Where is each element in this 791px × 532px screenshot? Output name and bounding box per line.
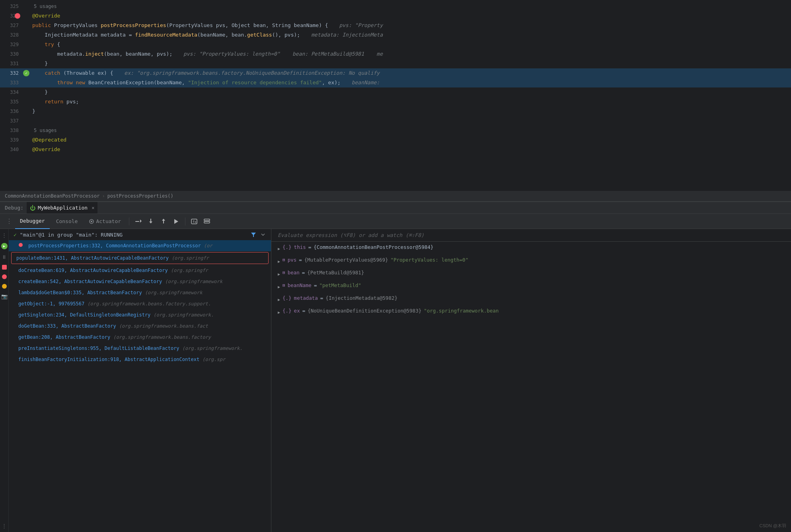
step-into-button[interactable] (145, 216, 156, 227)
var-obj-id: {MutablePropertyValues@5969} (304, 256, 388, 264)
eval-bar[interactable]: Evaluate expression (⌥F8) or add a watch… (271, 229, 791, 242)
session-name: MyWebApplication (38, 205, 88, 211)
line-number: 336 (0, 107, 22, 116)
expand-icon: ▶ (278, 309, 280, 316)
frame-pkg: (org.springframework.beans.fact (119, 323, 208, 329)
var-eq: = (314, 282, 317, 289)
variable-beanname[interactable]: ▶ ⊞ beanName = "petMetaBuild" (271, 280, 791, 293)
frame-item[interactable]: doCreateBean:619, AbstractAutowireCapabl… (9, 265, 271, 276)
pause-program-button[interactable]: ⏸ (2, 254, 7, 260)
frame-item-selected[interactable]: populateBean:1431, AbstractAutowireCapab… (11, 252, 269, 264)
debug-session-tab[interactable]: ⏻ MyWebApplication × (27, 202, 97, 214)
var-obj-id: {PetMetaBuild@5981} (307, 269, 364, 277)
breakpoint-button[interactable] (2, 274, 7, 279)
code-text-338: 5 usages (31, 126, 791, 135)
mute-breakpoints-button[interactable] (2, 284, 7, 289)
code-text-336: } (31, 107, 791, 116)
more-actions-button[interactable]: ⋮ (2, 232, 7, 238)
frame-item[interactable]: preInstantiateSingletons:955, DefaultLis… (9, 343, 271, 354)
code-line-330: 330 metadata.inject(bean, beanName, pvs)… (0, 49, 791, 59)
variable-ex[interactable]: ▶ {.} ex = {NoUniqueBeanDefinitionExcept… (271, 305, 791, 318)
var-name-text: ex (294, 307, 300, 315)
frame-item[interactable]: getBean:208, AbstractBeanFactory (org.sp… (9, 332, 271, 343)
frame-method: finishBeanFactoryInitialization:918, Abs… (18, 357, 202, 362)
tab-debugger-label: Debugger (20, 218, 45, 224)
var-type-icon: ⊞ (282, 269, 285, 277)
frame-item[interactable]: lambda$doGetBean$0:335, AbstractBeanFact… (9, 287, 271, 298)
var-name-text: beanName (288, 282, 312, 289)
code-line-333: 333 throw new BeanCreationException(bean… (0, 78, 791, 87)
gutter-337 (22, 116, 31, 126)
snapshot-button[interactable]: 📷 (1, 293, 8, 299)
code-line-335: 335 return pvs; (0, 97, 791, 107)
dropdown-icon[interactable] (260, 231, 266, 238)
line-number: 333 (0, 78, 22, 87)
gutter-334 (22, 87, 31, 97)
frame-item[interactable]: finishBeanFactoryInitialization:918, Abs… (9, 354, 271, 365)
code-line-336: 336 } (0, 107, 791, 116)
thread-header: ✓ "main"@1 in group "main": RUNNING (9, 229, 271, 240)
filter-icon[interactable] (250, 231, 257, 238)
frame-method: doGetBean:333, AbstractBeanFactory (18, 323, 119, 329)
gutter-333 (22, 78, 31, 87)
stop-button[interactable] (2, 265, 7, 270)
code-line-326: 326 @Override (0, 11, 791, 21)
tab-actuator-label: Actuator (96, 218, 121, 224)
expand-icon: ▶ (278, 296, 280, 304)
close-session-button[interactable]: × (92, 205, 94, 211)
line-number: 330 (0, 49, 22, 59)
gutter-332[interactable]: ✓ (22, 68, 31, 78)
line-number: 339 (0, 135, 22, 145)
line-number: 332 (0, 68, 22, 78)
step-into-icon (147, 218, 154, 225)
frames-panel: ✓ "main"@1 in group "main": RUNNING (9, 229, 271, 532)
frame-item[interactable]: doGetBean:333, AbstractBeanFactory (org.… (9, 320, 271, 332)
frame-method: lambda$doGetBean$0:335, AbstractBeanFact… (18, 290, 145, 295)
frame-pkg: (org.springframework. (182, 346, 243, 351)
tab-console[interactable]: Console (51, 214, 83, 229)
breakpoint-icon[interactable] (15, 13, 20, 19)
resume-button[interactable]: ▶ (1, 243, 8, 249)
var-type-icon: ⊞ (282, 282, 285, 289)
run-to-cursor-button[interactable] (171, 216, 182, 227)
frames-button[interactable] (201, 216, 212, 227)
power-icon: ⏻ (30, 205, 35, 211)
var-name-text: pvs (288, 256, 297, 264)
var-type-icon: {.} (282, 307, 292, 315)
step-over-button[interactable] (132, 216, 144, 227)
var-string-value: "org.springframework.bean (424, 307, 499, 315)
line-number: 331 (0, 59, 22, 68)
evaluate-button[interactable]: fx (189, 216, 200, 227)
variable-pvs[interactable]: ▶ ⊞ pvs = {MutablePropertyValues@5969} "… (271, 254, 791, 267)
settings-button[interactable]: ⋮ (2, 523, 7, 529)
svg-point-1 (91, 221, 92, 222)
frame-item[interactable]: postProcessProperties:332, CommonAnnotat… (9, 240, 271, 251)
debug-session-bar: Debug: ⏻ MyWebApplication × (0, 202, 791, 214)
gutter-326[interactable] (22, 11, 31, 21)
svg-point-7 (19, 243, 23, 247)
frame-method: preInstantiateSingletons:955, DefaultLis… (18, 346, 182, 351)
code-text-332: catch (Throwable ex) { ex: "org.springfr… (31, 68, 791, 78)
variable-bean[interactable]: ▶ ⊞ bean = {PetMetaBuild@5981} (271, 267, 791, 280)
code-text-328: InjectionMetadata metadata = findResourc… (31, 30, 791, 40)
line-number: 335 (0, 97, 22, 107)
code-line-334: 334 } (0, 87, 791, 97)
frame-pkg: (org.springfr (171, 255, 209, 261)
gutter-340 (22, 145, 31, 154)
frame-pkg: (org.springfr (171, 268, 208, 273)
var-eq: = (302, 269, 305, 277)
variable-this[interactable]: ▶ {.} this = {CommonAnnotationBeanPostPr… (271, 242, 791, 254)
eval-placeholder: Evaluate expression (⌥F8) or add a watch… (278, 232, 424, 238)
step-out-button[interactable] (158, 216, 169, 227)
more-options-button[interactable]: ⋮ (5, 217, 14, 225)
tab-debugger[interactable]: Debugger (15, 214, 50, 229)
frame-item[interactable]: getSingleton:234, DefaultSingletonBeanRe… (9, 309, 271, 320)
code-line-340: 340 @Override (0, 145, 791, 154)
variable-metadata[interactable]: ▶ {.} metadata = {InjectionMetadata@5982… (271, 293, 791, 305)
frame-item[interactable]: createBean:542, AbstractAutowireCapableB… (9, 276, 271, 287)
tab-actuator[interactable]: Actuator (84, 214, 126, 229)
run-to-cursor-icon (173, 218, 180, 225)
code-text-331: } (31, 59, 791, 68)
var-obj-id: {NoUniqueBeanDefinitionException@5983} (308, 307, 421, 315)
frame-item[interactable]: getObject:-1, 997695567 (org.springframe… (9, 298, 271, 309)
